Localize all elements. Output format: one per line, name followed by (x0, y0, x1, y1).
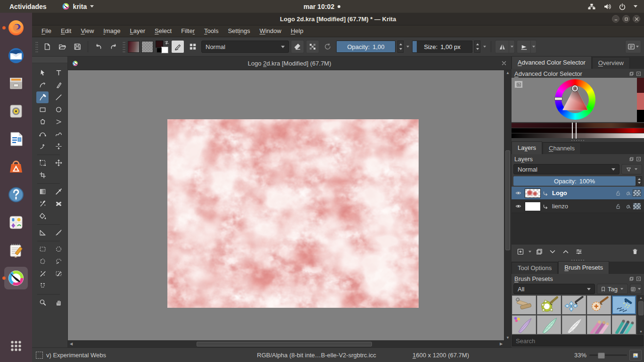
vertical-scrollbar-thumb[interactable] (505, 150, 510, 250)
mirror-vertical-button[interactable] (517, 40, 531, 53)
activities-button[interactable]: Actividades (7, 3, 50, 10)
brush-preset-preset-wreath[interactable] (537, 296, 561, 314)
reload-preset-button[interactable] (321, 40, 334, 53)
default-colors[interactable] (157, 48, 162, 53)
layer-visibility-toggle[interactable] (512, 203, 525, 210)
brush-preset-preset-splat[interactable] (612, 296, 636, 314)
chevron-down-icon[interactable] (483, 46, 486, 48)
menu-item[interactable]: Settings (223, 25, 255, 37)
duplicate-layer-button[interactable] (533, 246, 545, 257)
layer-filter-button[interactable] (621, 164, 642, 174)
menu-item[interactable]: Edit (56, 25, 76, 37)
tab-overview[interactable]: Overview (592, 57, 630, 69)
horizontal-scrollbar-thumb[interactable] (197, 342, 372, 346)
color-swatch[interactable] (637, 93, 644, 110)
color-docker-header[interactable]: Advanced Color Selector (512, 69, 644, 78)
foreground-background-colors[interactable] (155, 40, 169, 53)
close-button[interactable] (633, 15, 640, 23)
menu-item[interactable]: Tools (199, 25, 223, 37)
layer-lock-icon[interactable] (613, 190, 623, 197)
gradient-chooser[interactable] (128, 41, 140, 53)
shade-strip[interactable] (512, 128, 644, 133)
dock-item-rhythmbox[interactable] (4, 100, 28, 123)
dock-item-files[interactable] (4, 72, 28, 95)
opacity-slider[interactable]: Opacity: 1,00 (336, 41, 396, 53)
tool-ellipse[interactable] (52, 104, 65, 115)
canvas-image[interactable] (167, 119, 419, 308)
size-slider[interactable]: Size: 1,00 px (412, 41, 472, 53)
dock-item-firefox[interactable] (4, 16, 28, 39)
window-titlebar[interactable]: Logo 2d.kra [Modified] (67.7M) * — Krita (32, 13, 644, 25)
canvas-preview-button[interactable] (629, 350, 642, 361)
float-docker-icon[interactable] (629, 71, 634, 76)
tool-polygonal-selection[interactable] (36, 255, 49, 267)
tab-advanced-color-selector[interactable]: Advanced Color Selector (512, 56, 592, 69)
float-docker-icon[interactable] (629, 276, 634, 281)
clock[interactable]: mar 10:02 (0, 2, 644, 10)
dock-item-ubuntu-software[interactable] (4, 156, 28, 178)
document-tab[interactable]: Logo 2d.kra [Modified] (67.7M) (68, 57, 511, 70)
menu-item[interactable]: View (76, 25, 99, 37)
advanced-color-selector[interactable] (512, 78, 644, 122)
tool-move[interactable] (52, 157, 65, 169)
layer-thumbnail[interactable] (525, 202, 541, 211)
mirror-vertical-options[interactable] (531, 40, 537, 53)
tool-edit-shapes[interactable] (36, 79, 49, 91)
dock-item-character-map[interactable] (4, 211, 28, 234)
tool-rectangle[interactable] (36, 104, 49, 115)
zoom-slider-handle[interactable] (598, 353, 605, 359)
layer-properties-button[interactable] (573, 246, 585, 257)
layer-alpha-icon[interactable] (623, 190, 633, 197)
move-layer-up-button[interactable] (560, 246, 572, 257)
undo-button[interactable] (92, 40, 105, 53)
tool-pan[interactable] (52, 296, 65, 308)
edit-brush-settings-button[interactable] (171, 40, 184, 53)
save-button[interactable] (71, 40, 84, 53)
color-swatch[interactable] (637, 78, 644, 93)
tool[interactable] (36, 292, 65, 296)
tool[interactable] (36, 153, 65, 156)
move-layer-down-button[interactable] (546, 246, 559, 257)
tool-freehand-brush[interactable] (36, 91, 49, 103)
shade-strip[interactable] (512, 123, 644, 128)
tool-bezier-selection[interactable] (52, 268, 65, 280)
choose-brush-preset-button[interactable] (186, 40, 199, 53)
tool[interactable] (36, 239, 65, 243)
tool-rectangular-selection[interactable] (36, 243, 49, 255)
brush-preset-preset-feather-white[interactable] (562, 315, 586, 334)
mirror-horizontal-options[interactable] (509, 40, 515, 53)
color-selector-settings-button[interactable] (514, 81, 523, 88)
close-docker-icon[interactable] (636, 156, 641, 162)
preset-search-input[interactable] (512, 335, 644, 346)
tool[interactable] (36, 181, 65, 185)
system-status-area[interactable] (587, 3, 644, 10)
menu-item[interactable]: Image (99, 25, 125, 37)
tool-calligraphy[interactable] (52, 79, 65, 91)
menu-item[interactable]: Select (150, 25, 176, 37)
tool-text[interactable] (52, 67, 65, 79)
pattern-chooser[interactable] (141, 41, 153, 53)
add-layer-button[interactable] (514, 246, 527, 257)
maximize-button[interactable] (622, 15, 630, 23)
layer-alpha-icon[interactable] (623, 203, 633, 210)
new-document-button[interactable] (41, 40, 54, 53)
layer-opacity-slider[interactable]: Opacity: 100% (513, 176, 636, 186)
menu-item[interactable]: Layer (125, 25, 150, 37)
tool-line[interactable] (52, 91, 65, 103)
swap-colors-icon[interactable] (164, 40, 169, 45)
brush-preset-preset-feather-purple[interactable] (512, 315, 536, 334)
chevron-down-icon[interactable] (406, 46, 409, 48)
brush-preset-preset-dotcircle[interactable] (587, 296, 611, 314)
tab-channels[interactable]: Channels (543, 142, 581, 154)
brush-preset-preset-brushes-pink[interactable] (587, 315, 611, 334)
menu-item[interactable]: Filter (176, 25, 199, 37)
open-document-button[interactable] (56, 40, 69, 53)
dock-item-thunderbird[interactable] (4, 44, 28, 67)
layer-row-lienzo[interactable]: lienzo (512, 200, 644, 213)
preset-view-mode-button[interactable] (630, 284, 642, 294)
minimize-button[interactable] (612, 15, 619, 23)
layer-opacity-spinner[interactable] (636, 176, 642, 186)
menu-item[interactable]: Help (286, 25, 308, 37)
tool-freehand-selection[interactable] (52, 255, 65, 267)
dock-item-krita[interactable] (4, 267, 28, 289)
